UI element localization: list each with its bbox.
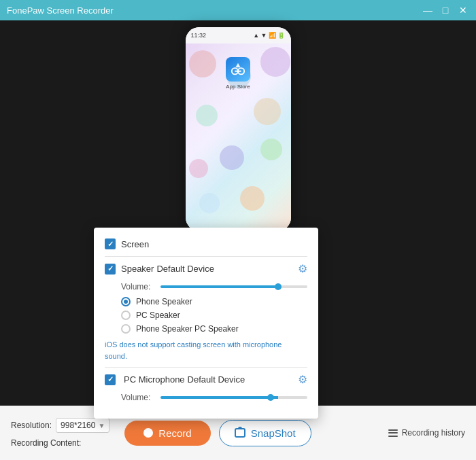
radio-pc-speaker-circle bbox=[121, 311, 131, 320]
dot-10 bbox=[199, 193, 220, 213]
resolution-select[interactable]: 998*2160 ▼ bbox=[56, 418, 109, 433]
recording-content-label: Recording Content: bbox=[11, 438, 81, 448]
title-bar: FonePaw Screen Recorder — □ ✕ bbox=[0, 0, 476, 20]
mic-row-inner: PC Microphone Default Device bbox=[124, 374, 290, 385]
maximize-button[interactable]: □ bbox=[439, 4, 452, 16]
speaker-row: Speaker Default Device ⚙ bbox=[105, 262, 307, 275]
speaker-device: Default Device bbox=[156, 264, 214, 274]
mic-device: Default Device bbox=[188, 374, 245, 385]
dot-1 bbox=[189, 50, 216, 77]
info-text: iOS does not support casting screen with… bbox=[105, 339, 307, 361]
minimize-button[interactable]: — bbox=[422, 4, 434, 16]
radio-phone-speaker-label: Phone Speaker bbox=[136, 297, 192, 306]
record-dot-icon bbox=[143, 428, 153, 438]
phone-preview-area: 11:32 ▲ ▼ 📶 🔋 bbox=[0, 20, 476, 406]
mic-volume-label: Volume: bbox=[121, 393, 155, 402]
recording-content-row: Recording Content: bbox=[11, 438, 109, 448]
dot-8 bbox=[260, 139, 282, 160]
radio-phone-speaker[interactable]: Phone Speaker bbox=[121, 297, 307, 306]
app-store-icon[interactable] bbox=[226, 57, 250, 82]
speaker-label: Speaker bbox=[121, 264, 154, 274]
dot-5 bbox=[254, 98, 281, 125]
title-bar-controls: — □ ✕ bbox=[422, 4, 469, 16]
mic-volume-row: Volume: bbox=[121, 393, 307, 402]
dot-6 bbox=[220, 145, 244, 170]
radio-both-speakers[interactable]: Phone Speaker PC Speaker bbox=[121, 324, 307, 334]
close-button[interactable]: ✕ bbox=[457, 4, 469, 16]
hamburger-line-2 bbox=[388, 432, 398, 434]
bottom-left-info: Resolution: 998*2160 ▼ Recording Content… bbox=[11, 418, 109, 448]
title-bar-left: FonePaw Screen Recorder bbox=[7, 5, 114, 16]
volume-slider-thumb bbox=[275, 283, 282, 290]
dot-9 bbox=[240, 186, 265, 211]
radio-pc-speaker[interactable]: PC Speaker bbox=[121, 311, 307, 320]
dot-4 bbox=[196, 105, 218, 126]
speaker-gear-icon[interactable]: ⚙ bbox=[298, 262, 307, 275]
record-label: Record bbox=[158, 427, 191, 439]
mic-gear-icon[interactable]: ⚙ bbox=[298, 373, 307, 386]
screen-row: Screen bbox=[105, 238, 307, 249]
volume-label: Volume: bbox=[121, 282, 155, 291]
screen-label: Screen bbox=[121, 239, 149, 249]
divider-1 bbox=[105, 256, 307, 257]
volume-slider[interactable] bbox=[160, 285, 307, 288]
divider-2 bbox=[105, 367, 307, 368]
mic-volume-slider[interactable] bbox=[160, 396, 307, 399]
mic-label: PC Microphone bbox=[124, 374, 185, 385]
hamburger-line-3 bbox=[388, 436, 398, 437]
speaker-checkbox[interactable] bbox=[105, 264, 116, 275]
app-icon-container: App Store bbox=[226, 57, 250, 90]
resolution-value: 998*2160 bbox=[61, 421, 95, 430]
hamburger-icon bbox=[388, 429, 398, 437]
phone-time: 11:32 bbox=[191, 32, 207, 39]
phone-screen: App Store bbox=[186, 43, 291, 231]
speaker-row-inner: Speaker Default Device bbox=[121, 264, 292, 274]
snapshot-label: SnapShot bbox=[251, 427, 296, 439]
record-button[interactable]: Record bbox=[124, 421, 210, 446]
dot-7 bbox=[189, 159, 208, 178]
radio-pc-speaker-label: PC Speaker bbox=[136, 311, 180, 320]
phone-frame: 11:32 ▲ ▼ 📶 🔋 bbox=[186, 27, 291, 231]
mic-row: PC Microphone Default Device ⚙ bbox=[105, 373, 307, 386]
settings-panel: Screen Speaker Default Device ⚙ Volume: bbox=[94, 228, 318, 419]
hamburger-line-1 bbox=[388, 429, 398, 431]
screen-checkbox[interactable] bbox=[105, 238, 116, 249]
resolution-arrow: ▼ bbox=[98, 422, 105, 429]
mic-checkbox[interactable] bbox=[105, 374, 116, 385]
snapshot-camera-icon bbox=[235, 428, 245, 438]
radio-group: Phone Speaker PC Speaker Phone Speaker P… bbox=[121, 297, 307, 334]
snapshot-button[interactable]: SnapShot bbox=[219, 420, 311, 446]
dot-3 bbox=[260, 47, 290, 77]
radio-both-speakers-label: Phone Speaker PC Speaker bbox=[136, 324, 239, 334]
radio-both-speakers-circle bbox=[121, 324, 131, 334]
recording-history-label: Recording history bbox=[402, 428, 465, 438]
volume-row: Volume: bbox=[121, 282, 307, 291]
mic-volume-slider-thumb bbox=[267, 394, 274, 401]
app-title: FonePaw Screen Recorder bbox=[7, 5, 114, 16]
recording-history-button[interactable]: Recording history bbox=[388, 428, 465, 438]
radio-phone-speaker-circle bbox=[121, 297, 131, 306]
resolution-label: Resolution: bbox=[11, 421, 52, 430]
resolution-row: Resolution: 998*2160 ▼ bbox=[11, 418, 109, 433]
phone-status-bar: 11:32 ▲ ▼ 📶 🔋 bbox=[186, 27, 291, 43]
phone-icons: ▲ ▼ 📶 🔋 bbox=[253, 32, 285, 39]
main-content: 11:32 ▲ ▼ 📶 🔋 bbox=[0, 20, 476, 460]
app-store-label: App Store bbox=[226, 84, 250, 90]
